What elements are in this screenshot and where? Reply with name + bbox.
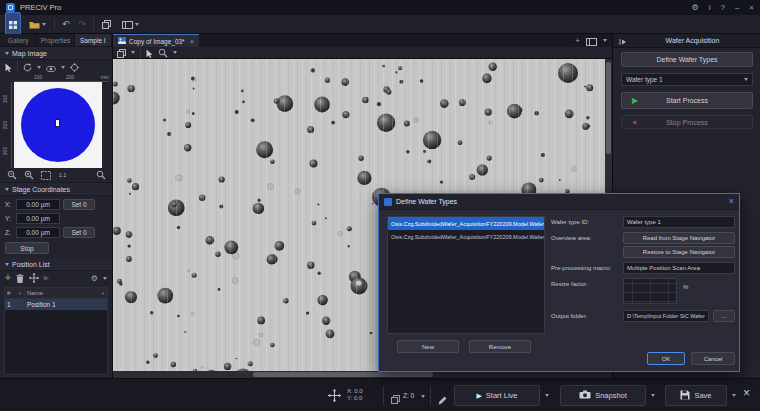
map-image-header[interactable]: Map Image — [0, 47, 112, 60]
stage-z-row: Z: 0.00 µm Set 0 — [0, 227, 112, 238]
browse-button[interactable]: ... — [713, 310, 735, 322]
z-set-zero-button[interactable]: Set 0 — [63, 227, 95, 238]
stage-x-row: X: 0.00 µm Set 0 — [0, 199, 112, 210]
start-process-button[interactable]: ▶ Start Process — [621, 92, 753, 109]
zoom-out-icon[interactable] — [5, 169, 18, 181]
horizontal-scrollbar-thumb[interactable] — [253, 372, 433, 377]
column-header-num[interactable]: # ▼ — [5, 288, 25, 298]
output-folder-field[interactable]: D:\Temp\Input Folder SiC Wafer — [623, 310, 709, 322]
stage-move-icon[interactable] — [328, 388, 341, 406]
tab-gallery[interactable]: Gallery — [0, 34, 37, 46]
chevron-down-icon[interactable] — [173, 51, 177, 54]
save-button[interactable]: Save — [665, 385, 727, 406]
stage-coordinates-title: Stage Coordinates — [12, 186, 70, 193]
resize-factor-grid[interactable] — [623, 278, 677, 304]
snapshot-options-button[interactable] — [647, 385, 659, 406]
settings-gear-icon[interactable]: ⚙ — [691, 4, 698, 12]
annotation-pencil-icon[interactable] — [438, 391, 447, 409]
define-wafer-types-button[interactable]: Define Wafer Types — [621, 52, 753, 67]
new-view-icon[interactable]: + — [575, 36, 580, 45]
run-positions-icon[interactable]: ▶ — [44, 274, 49, 282]
panel-collapse-icon[interactable] — [619, 32, 627, 50]
tab-properties[interactable]: Properties — [37, 34, 74, 46]
chevron-down-icon[interactable] — [421, 395, 425, 398]
wafer-type-dropdown[interactable]: Wafer type 1 — [621, 73, 753, 86]
list-item-selected[interactable]: Osis.Czg.SubdividedWafer_AcquisitionFY22… — [388, 217, 544, 230]
z-value-field[interactable]: 0.00 µm — [16, 227, 60, 238]
table-row[interactable]: 1 Position 1 — [5, 299, 107, 310]
pointer-icon[interactable] — [5, 58, 12, 76]
remove-button[interactable]: Remove — [469, 340, 531, 353]
tab-sample[interactable]: Sample I — [75, 34, 112, 46]
y-label: Y: — [5, 215, 13, 222]
tab-close-icon[interactable]: × — [190, 38, 194, 45]
zoom-one-to-one-button[interactable]: 1:1 — [56, 169, 69, 181]
read-from-stage-navigator-button[interactable]: Read from Stage Navigator — [623, 232, 735, 244]
document-tabbar: Copy of Image_03* × + — [113, 34, 612, 47]
y-value-field[interactable]: 0.00 µm — [16, 213, 60, 224]
collapse-icon — [5, 52, 9, 55]
start-live-options-button[interactable] — [541, 385, 553, 406]
minimize-icon[interactable]: – — [735, 4, 739, 12]
magnifier-icon[interactable] — [94, 169, 107, 181]
app-menu-button[interactable] — [5, 12, 21, 36]
x-value-field[interactable]: 0.00 µm — [16, 199, 60, 210]
stop-process-button[interactable]: ■ Stop Process — [621, 115, 753, 129]
x-set-zero-button[interactable]: Set 0 — [63, 199, 95, 210]
chevron-down-icon[interactable] — [61, 66, 65, 69]
vertical-scrollbar-thumb[interactable] — [606, 62, 611, 154]
new-button[interactable]: New — [397, 340, 459, 353]
z-value[interactable]: Z: 0 — [403, 392, 414, 399]
stage-coordinates-header[interactable]: Stage Coordinates — [0, 183, 112, 196]
undo-icon[interactable]: ↶ — [60, 20, 72, 29]
wafer-acquisition-header: Wafer Acquisition — [613, 34, 760, 48]
dialog-titlebar[interactable]: Define Wafer Types × — [379, 194, 739, 210]
column-header-name[interactable]: Name ▼ — [25, 288, 107, 298]
zoom-in-icon[interactable] — [22, 169, 35, 181]
collapse-icon — [5, 188, 9, 191]
save-options-button[interactable] — [728, 385, 740, 406]
map-image-title: Map Image — [12, 50, 47, 57]
play-icon: ▶ — [632, 97, 638, 105]
chevron-down-icon[interactable] — [103, 277, 107, 280]
cancel-button[interactable]: Cancel — [691, 352, 735, 365]
dialog-close-icon[interactable]: × — [729, 197, 734, 206]
zoom-fit-icon[interactable] — [39, 169, 52, 181]
titlebar: PRECiV Pro ⚙ i ? – × — [0, 0, 760, 15]
help-icon[interactable]: ? — [720, 4, 724, 12]
chevron-down-icon[interactable] — [603, 39, 607, 42]
exit-close-icon[interactable]: × — [743, 387, 750, 399]
filter-icon[interactable]: ▼ — [101, 291, 105, 296]
stop-stage-button[interactable]: Stop — [5, 242, 49, 254]
wafer-type-list[interactable]: Osis.Czg.SubdividedWafer_AcquisitionFY22… — [387, 216, 545, 334]
redo-icon[interactable]: ↷ — [77, 20, 89, 29]
toolbar-separator — [17, 61, 18, 73]
move-to-position-icon[interactable] — [29, 269, 39, 287]
list-item[interactable]: Osis.Czg.SubdividedWafer_AcquisitionFY22… — [388, 230, 544, 243]
restore-to-stage-navigator-button[interactable]: Restore to Stage Navigator — [623, 246, 735, 258]
chevron-down-icon[interactable] — [131, 51, 135, 54]
x-coordinate: X: 0.0 — [347, 388, 363, 395]
layout-button[interactable] — [119, 13, 142, 35]
ruler-tick-label: 100 — [2, 95, 8, 103]
snapshot-button[interactable]: Snapshot — [560, 385, 646, 406]
window-close-icon[interactable]: × — [749, 4, 754, 12]
info-icon[interactable]: i — [709, 4, 711, 12]
wafer-map-canvas[interactable] — [14, 82, 102, 168]
open-file-button[interactable] — [26, 13, 49, 35]
horizontal-scrollbar[interactable] — [113, 371, 605, 378]
position-settings-gear-icon[interactable]: ⚙ — [91, 274, 98, 283]
chevron-down-icon[interactable] — [37, 66, 41, 69]
ok-button[interactable]: OK — [647, 352, 685, 365]
add-position-icon[interactable]: + — [5, 273, 11, 283]
filter-icon[interactable]: ▼ — [18, 291, 22, 296]
copy-image-button[interactable] — [99, 13, 114, 35]
wafer-type-id-field[interactable]: Wafer type 1 — [623, 216, 735, 228]
app-title: PRECiV Pro — [20, 3, 61, 12]
start-live-button[interactable]: ▶ Start Live — [454, 385, 540, 406]
position-table-header: # ▼ Name ▼ — [5, 288, 107, 299]
app-window: PRECiV Pro ⚙ i ? – × ↶ ↷ Gall — [0, 0, 760, 411]
preprocessing-macro-field[interactable]: Multiple Position Scan Area — [623, 262, 735, 274]
delete-position-icon[interactable] — [16, 269, 24, 287]
bottom-bar: X: 0.0 Y: 0.0 Z: 0 ▶ Start Live Snapshot… — [0, 378, 760, 411]
